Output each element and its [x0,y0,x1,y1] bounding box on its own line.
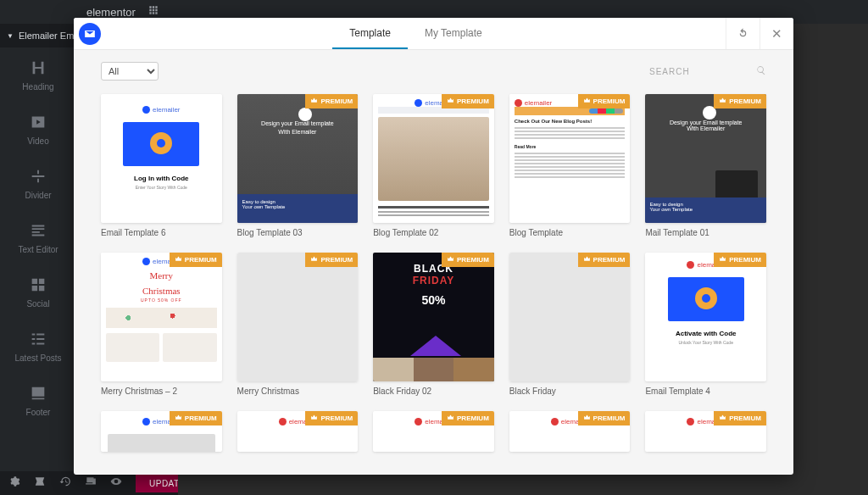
widget-footer[interactable]: Footer [0,373,76,427]
sync-button[interactable] [726,18,760,49]
template-title: Email Template 4 [645,387,766,396]
template-card[interactable]: PREMIUMelemailerBlog Template 02 [373,94,494,237]
settings-icon[interactable] [8,476,20,491]
premium-badge: PREMIUM [305,253,358,267]
widget-label: Divider [25,191,51,200]
premium-badge: PREMIUM [714,411,766,425]
template-thumbnail: PREMIUMelemailer [645,411,766,452]
navigator-icon[interactable] [34,476,46,491]
widget-label: Latest Posts [14,353,61,363]
template-title: Merry Christmas – 2 [101,387,222,396]
template-thumbnail: PREMIUMelemailerMerryChristmasUPTO 50% O… [101,253,222,381]
template-thumbnail: PREMIUMelemailer [373,94,494,223]
template-thumbnail: PREMIUMelemailer [373,411,494,452]
history-icon[interactable] [59,476,71,491]
widget-label: Heading [22,82,53,92]
widget-label: Text Editor [18,245,58,254]
modal-toolbar: All [74,50,793,89]
refresh-icon [737,27,749,40]
crown-icon [719,414,726,423]
badge-label: PREMIUM [729,414,761,422]
caret-down-icon: ▼ [7,32,14,40]
search-icon [756,65,766,75]
premium-badge: PREMIUM [442,411,494,425]
crown-icon [447,414,454,423]
modal-actions: ✕ [726,18,793,49]
crown-icon [583,97,591,106]
widget-latest-posts[interactable]: Latest Posts [0,319,76,373]
badge-label: PREMIUM [729,256,761,264]
badge-label: PREMIUM [320,97,353,105]
widget-heading[interactable]: Heading [0,47,76,102]
template-thumbnail: elemailerLog In with CodeEnter Your Stor… [101,94,222,223]
premium-badge: PREMIUM [170,253,222,267]
widget-label: Video [27,136,48,146]
badge-label: PREMIUM [593,256,626,264]
template-thumbnail: PREMIUM [509,253,631,381]
badge-label: PREMIUM [320,414,353,422]
template-title: Black Friday [509,387,631,396]
category-filter[interactable]: All [101,62,159,81]
badge-label: PREMIUM [593,97,626,105]
template-grid: elemailerLog In with CodeEnter Your Stor… [101,94,766,452]
responsive-icon[interactable] [85,476,97,491]
template-thumbnail: PREMIUMelemailerActivate with CodeUnlock… [645,253,766,381]
preview-icon[interactable] [110,476,122,491]
template-thumbnail: PREMIUMBLACKFRIDAY50% [373,253,494,381]
crown-icon [447,97,454,106]
premium-badge: PREMIUM [305,411,358,425]
template-card[interactable]: PREMIUMelemailerActivate with CodeUnlock… [645,253,766,396]
premium-badge: PREMIUM [442,94,494,108]
tab-my-template[interactable]: My Template [408,18,499,49]
template-title: Merry Christmas [237,387,359,396]
premium-badge: PREMIUM [170,411,222,425]
template-card[interactable]: PREMIUMelemailerCheck Out Our New Blog P… [509,94,631,237]
template-thumbnail: PREMIUMelemailer [101,411,222,452]
modal-tabs: Template My Template [106,18,726,49]
template-card[interactable]: PREMIUMelemailerMerryChristmasUPTO 50% O… [101,253,222,396]
widget-label: Social [26,299,49,309]
modal-body: elemailerLog In with CodeEnter Your Stor… [74,89,793,475]
premium-badge: PREMIUM [714,253,766,267]
template-thumbnail: PREMIUMelemailer [509,411,631,452]
template-card[interactable]: PREMIUMelemailer [101,411,222,452]
badge-label: PREMIUM [185,414,217,422]
premium-badge: PREMIUM [578,253,631,267]
template-thumbnail: PREMIUMDesign your Email templateWith El… [645,94,766,223]
template-card[interactable]: PREMIUMMerry Christmas [237,253,359,396]
template-card[interactable]: PREMIUMelemailer [645,411,766,452]
template-thumbnail: PREMIUMDesign your Email templateWith El… [237,94,359,223]
template-title: Black Friday 02 [373,387,494,396]
editor-bottombar: UPDATE ▲ [0,471,178,495]
template-card[interactable]: PREMIUMelemailer [237,411,359,452]
tab-template[interactable]: Template [332,18,408,49]
premium-badge: PREMIUM [442,253,494,267]
close-button[interactable]: ✕ [760,18,793,49]
crown-icon [583,255,591,264]
badge-label: PREMIUM [457,97,489,105]
widget-label: Footer [26,408,51,417]
template-card[interactable]: PREMIUMDesign your Email templateWith El… [645,94,766,237]
template-title: Mail Template 01 [645,228,766,237]
widget-text-editor[interactable]: Text Editor [0,210,76,264]
premium-badge: PREMIUM [305,94,358,108]
template-card[interactable]: PREMIUMelemailer [373,411,494,452]
template-card[interactable]: PREMIUMBLACKFRIDAY50%Black Friday 02 [373,253,494,396]
crown-icon [175,255,182,264]
widget-video[interactable]: Video [0,102,76,156]
template-card[interactable]: PREMIUMDesign your Email templateWith El… [237,94,359,237]
search-input[interactable] [648,64,766,80]
badge-label: PREMIUM [593,414,626,422]
brand-label: elementor [86,6,136,19]
template-thumbnail: PREMIUM [237,253,359,381]
template-thumbnail: PREMIUMelemailerCheck Out Our New Blog P… [509,94,631,223]
widget-divider[interactable]: Divider [0,156,76,210]
template-library-modal: Template My Template ✕ All elemailerLog … [74,18,793,475]
crown-icon [175,414,182,423]
template-card[interactable]: PREMIUMBlack Friday [509,253,631,396]
template-card[interactable]: PREMIUMelemailer [509,411,631,452]
widget-social[interactable]: Social [0,264,76,319]
template-card[interactable]: elemailerLog In with CodeEnter Your Stor… [101,94,222,237]
badge-label: PREMIUM [729,97,761,105]
template-title: Email Template 6 [101,228,222,237]
